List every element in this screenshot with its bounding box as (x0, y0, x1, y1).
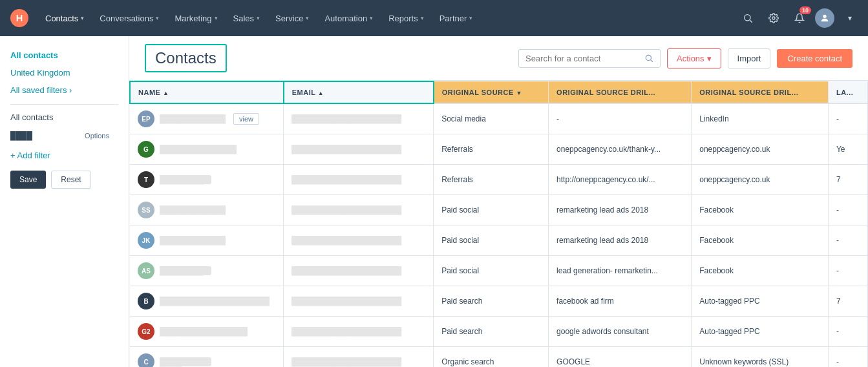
name-cell: G2████████████████ (130, 317, 284, 347)
nav-automation[interactable]: Automation ▾ (318, 10, 379, 27)
table-row[interactable]: AS████████████████████████████Paid socia… (130, 256, 868, 286)
table-row[interactable]: G██████████████████████████████████Refer… (130, 134, 868, 165)
nav-reports[interactable]: Reports ▾ (382, 10, 430, 27)
save-button[interactable]: Save (10, 171, 46, 189)
sidebar: All contacts United Kingdom All saved fi… (0, 36, 129, 367)
contacts-table: NAME ▲ EMAIL ▲ ORIGINAL SOURCE ▼ ORIGINA… (129, 81, 868, 367)
sidebar-item-united-kingdom[interactable]: United Kingdom (0, 64, 129, 81)
reset-button[interactable]: Reset (51, 171, 90, 189)
notifications-icon-button[interactable]: 10 (789, 8, 810, 28)
contact-avatar: AS (138, 262, 154, 279)
cell-drill1: http://oneppcagency.co.uk/... (549, 165, 692, 195)
cell-last: - (828, 256, 867, 286)
contact-email: ████████████████████ (291, 236, 401, 245)
preview-button[interactable]: view (233, 113, 259, 125)
name-cell: EP████████████view (130, 103, 284, 134)
svg-point-6 (646, 55, 651, 60)
contacts-table-wrapper: NAME ▲ EMAIL ▲ ORIGINAL SOURCE ▼ ORIGINA… (129, 81, 868, 367)
svg-point-2 (745, 15, 750, 21)
contact-email: ████████████████████ (291, 145, 401, 154)
cell-drill1: GOOGLE (549, 347, 692, 368)
cell-original_source: Social media (434, 103, 549, 134)
name-cell: B████████████████████ (130, 286, 284, 317)
contact-email: ████████████████████ (291, 114, 401, 123)
column-header-email[interactable]: EMAIL ▲ (284, 81, 434, 103)
column-header-original-source-drill1[interactable]: ORIGINAL SOURCE DRIL... (549, 81, 692, 103)
search-contact-input[interactable] (525, 54, 644, 63)
email-cell: ████████████████████ (284, 225, 434, 256)
table-row[interactable]: EP████████████view████████████████████So… (130, 103, 868, 134)
cell-last: 7 (828, 165, 867, 195)
table-row[interactable]: JK████████████████████████████████Paid s… (130, 225, 868, 256)
column-header-name[interactable]: NAME ▲ (130, 81, 284, 103)
svg-line-7 (651, 60, 653, 62)
actions-button[interactable]: Actions ▾ (667, 48, 721, 68)
options-button[interactable]: Options (76, 127, 118, 144)
table-row[interactable]: SS████████████████████████████████Paid s… (130, 195, 868, 225)
cell-drill1: lead generation- remarketin... (549, 256, 692, 286)
contact-count: ████ (10, 131, 32, 140)
contact-avatar: T (138, 171, 154, 188)
contact-avatar: C (138, 353, 154, 367)
nav-marketing[interactable]: Marketing ▾ (168, 10, 224, 27)
column-header-last[interactable]: LA... (828, 81, 867, 103)
main-area: All contacts United Kingdom All saved fi… (0, 36, 868, 367)
cell-last: - (828, 225, 867, 256)
contact-avatar: JK (138, 232, 154, 249)
import-button[interactable]: Import (728, 48, 771, 68)
contact-name: ████ (160, 357, 211, 366)
cell-drill2: Auto-tagged PPC (692, 317, 829, 347)
svg-point-5 (823, 15, 826, 18)
search-contact-box[interactable] (518, 49, 661, 68)
contact-name: ████████ (160, 266, 211, 275)
settings-icon-button[interactable] (763, 8, 784, 28)
sidebar-item-all-contacts[interactable]: All contacts (0, 47, 129, 64)
name-cell: AS████████ (130, 256, 284, 286)
chevron-down-icon: ▾ (156, 15, 159, 21)
cell-drill1: remarketing lead ads 2018 (549, 225, 692, 256)
user-avatar[interactable] (815, 8, 834, 28)
sidebar-item-all-saved-filters[interactable]: All saved filters › (0, 81, 129, 99)
create-contact-button[interactable]: Create contact (777, 49, 852, 68)
cell-original_source: Paid social (434, 256, 549, 286)
chevron-down-icon: ▾ (215, 15, 218, 21)
email-cell: ████████████████████ (284, 103, 434, 134)
hubspot-logo[interactable]: H (8, 6, 31, 30)
cell-last: 7 (828, 286, 867, 317)
nav-right-section: 10 ▾ (737, 8, 860, 28)
sidebar-action-buttons: Save Reset (0, 164, 129, 195)
cell-original_source: Paid social (434, 195, 549, 225)
column-header-original-source-drill2[interactable]: ORIGINAL SOURCE DRIL... (692, 81, 829, 103)
contact-avatar: G (138, 141, 154, 158)
email-cell: ████████████████████ (284, 165, 434, 195)
chevron-down-icon: ▾ (469, 15, 472, 21)
nav-sales[interactable]: Sales ▾ (227, 10, 267, 27)
name-cell: SS████████████ (130, 195, 284, 225)
name-cell: G██████████████ (130, 134, 284, 165)
nav-conversations[interactable]: Conversations ▾ (93, 10, 165, 27)
table-row[interactable]: G2████████████████████████████████████Pa… (130, 317, 868, 347)
account-chevron-icon[interactable]: ▾ (840, 8, 860, 28)
nav-service[interactable]: Service ▾ (269, 10, 315, 27)
table-row[interactable]: T████████████████████████████Referralsht… (130, 165, 868, 195)
cell-last: Ye (828, 134, 867, 165)
column-header-original-source[interactable]: ORIGINAL SOURCE ▼ (434, 81, 549, 103)
cell-last: - (828, 195, 867, 225)
search-icon-button[interactable] (737, 8, 758, 28)
add-filter-button[interactable]: + Add filter (0, 147, 129, 164)
top-navigation: H Contacts ▾ Conversations ▾ Marketing ▾… (0, 0, 868, 36)
table-row[interactable]: C████████████████████████Organic searchG… (130, 347, 868, 368)
nav-partner[interactable]: Partner ▾ (433, 10, 480, 27)
sidebar-divider (10, 104, 118, 105)
nav-contacts[interactable]: Contacts ▾ (39, 10, 90, 27)
cell-original_source: Organic search (434, 347, 549, 368)
chevron-down-icon: ▾ (81, 15, 84, 21)
sidebar-sub-all-contacts: All contacts (0, 110, 129, 125)
cell-drill2: Unknown keywords (SSL) (692, 347, 829, 368)
cell-drill1: remarketing lead ads 2018 (549, 195, 692, 225)
name-cell: T████████ (130, 165, 284, 195)
header-actions: Actions ▾ Import Create contact (518, 48, 852, 68)
contact-email: ████████████████████ (291, 357, 401, 366)
table-row[interactable]: B███████████████████████████████████████… (130, 286, 868, 317)
cell-last: - (828, 347, 867, 368)
